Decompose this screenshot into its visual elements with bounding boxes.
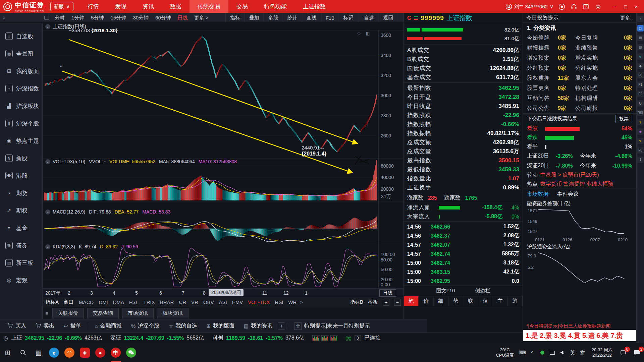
menu-行情[interactable]: 行情 (79, 0, 107, 13)
clock[interactable]: 20:32 周六2022/2/12 (588, 347, 616, 358)
indicator-RSI[interactable]: RSI (275, 299, 283, 305)
headset-icon[interactable] (570, 3, 578, 10)
period-5分钟[interactable]: 5分钟 (88, 14, 107, 22)
tool-标记[interactable]: 标记 (339, 13, 358, 22)
close-button[interactable]: × (631, 2, 641, 11)
shortcut-金融商城[interactable]: ⌂金融商城 (91, 319, 126, 333)
classified-info-row[interactable]: 财报披露0家业绩预告0家 (523, 43, 636, 53)
period-60分钟[interactable]: 60分钟 (152, 14, 174, 22)
layout-split-icon[interactable] (44, 16, 49, 20)
version-switch-button[interactable]: 新版∨ (50, 2, 73, 11)
money-icon[interactable]: $ (637, 119, 644, 125)
tick-list[interactable]: 14:563462.661.52亿14:563462.372.08亿14:573… (404, 221, 523, 286)
news-icon[interactable] (582, 3, 590, 10)
ime-indicator[interactable]: 拼 (578, 343, 588, 362)
tool-返回[interactable]: 返回 (379, 13, 398, 22)
lang-en-indicator[interactable]: 英 (568, 343, 578, 362)
menu-交易[interactable]: 交易 (228, 0, 256, 13)
more-link[interactable]: 更多.. (620, 15, 633, 21)
add-shortcut-button[interactable]: + (278, 322, 285, 330)
chart-area[interactable]: ⌄ 上证指数(日线) ◇ ◧ 3600340032003000280026006… (43, 23, 404, 297)
app-red-icon[interactable]: ◈ (77, 343, 93, 362)
indicator-DMI[interactable]: DMI (99, 299, 108, 305)
pane-caret-icon[interactable]: ⌄ (45, 244, 50, 249)
sidebar-item-基金[interactable]: ¤基金 (0, 219, 42, 237)
pane-toggle-icon[interactable]: ◧ (366, 31, 370, 36)
sidebar-item-债券[interactable]: %债券 (0, 237, 42, 254)
keyboard-icon[interactable]: ⌨ (517, 343, 527, 362)
menu-传统交易[interactable]: 传统交易 (190, 0, 228, 13)
classified-info-row[interactable]: 今始停牌0家今日复牌0家 (523, 33, 636, 43)
sidebar-item-期权[interactable]: ↗期权 (0, 202, 42, 219)
diamond-icon[interactable]: ◈ (637, 128, 644, 135)
quote-header[interactable]: G 999999 上证指数 (404, 13, 523, 23)
quote-tab-筹[interactable]: 筹 (508, 296, 523, 306)
sidebar-item-自选股[interactable]: ☆自选股 (0, 27, 42, 45)
indicator-ASI[interactable]: ASI (219, 299, 227, 305)
citic-app-icon[interactable]: 中 (108, 343, 123, 362)
tab-交易查询[interactable]: 交易查询 (87, 308, 119, 318)
app-red2-icon[interactable]: ● (93, 343, 108, 362)
chat-icon[interactable]: 2 (630, 343, 644, 362)
advisor-tab-市场数据[interactable]: 市场数据 (527, 191, 548, 198)
menu-icon[interactable]: ≡ (45, 310, 48, 316)
tool-指标[interactable]: 指标 (225, 13, 245, 22)
indicator-DMA[interactable]: DMA (113, 299, 124, 305)
shortcut-我的自选[interactable]: ☆我的自选 (165, 319, 201, 333)
search-icon[interactable]: Q (637, 100, 644, 107)
sidebar-item-沪深个股[interactable]: ∥沪深个股 (0, 115, 42, 132)
start-button[interactable]: ⊞ (0, 343, 15, 362)
indicator-VR[interactable]: VR (191, 299, 198, 305)
wechat-icon[interactable] (123, 343, 139, 362)
trade-撤单[interactable]: ↩撤单 (60, 319, 85, 333)
quote-tab-细[interactable]: 细 (434, 296, 448, 306)
sidebar-item-期货[interactable]: ◔期货 (0, 184, 42, 202)
quote-tab-势[interactable]: 势 (448, 296, 463, 306)
indicator-group-指标A[interactable]: 指标A (45, 299, 59, 305)
tab-板块资讯[interactable]: 板块资讯 (157, 308, 189, 318)
classified-info-row[interactable]: 分红预案0家分红实施0家 (523, 63, 636, 73)
trade-卖出[interactable]: 卖出 (32, 319, 58, 333)
sidebar-item-新三板[interactable]: ▤新三板 (0, 254, 42, 272)
list-icon[interactable]: ▤ (637, 35, 644, 41)
f5-icon[interactable]: F5 (637, 147, 644, 154)
classified-info-row[interactable]: 互动问答58家机构调研0家 (523, 93, 636, 103)
sidebar-item-宏观[interactable]: ◎宏观 (0, 272, 42, 289)
edge-icon[interactable]: e (46, 343, 62, 362)
sidebar-item-港股[interactable]: HK港股 (0, 167, 42, 184)
zixuan-icon[interactable]: 自 (637, 25, 644, 32)
indicator-group-指标B[interactable]: 指标B (350, 299, 363, 305)
pencil-icon[interactable]: ✎ (637, 138, 644, 144)
notification-icon[interactable]: 8 (616, 343, 630, 362)
special-note[interactable]: *[今日特别提示]今日三大证券报标题新闻 (523, 323, 636, 329)
status-index-深证[interactable]: 深证13224.4-207.69-1.55%5652亿 (110, 335, 204, 342)
shortcut-我的资讯[interactable]: ▤我的资讯 (240, 319, 276, 333)
pane-caret-icon[interactable]: ⌄ (45, 159, 50, 164)
grid-icon[interactable]: ▦ (637, 44, 644, 50)
link-图文F10[interactable]: 图文F10 (436, 288, 455, 294)
indicator-group-窗口[interactable]: 窗口 (63, 299, 73, 305)
menu-上证指数[interactable]: 上证指数 (295, 0, 334, 13)
classified-info-row[interactable]: 公司公告9家公司研报0家 (523, 103, 636, 113)
period-30分钟[interactable]: 30分钟 (130, 14, 152, 22)
f2-icon[interactable]: F2 (637, 91, 644, 97)
indicator-WR[interactable]: WR (288, 299, 297, 305)
quote-tab-值[interactable]: 值 (478, 296, 493, 306)
rsi-icon[interactable]: RSI (637, 110, 644, 116)
add-pane-button[interactable]: + (383, 299, 389, 306)
pane-caret-icon[interactable]: ⌄ (45, 209, 50, 215)
indicator-MACD[interactable]: MACD (79, 299, 94, 305)
maximize-button[interactable]: □ (621, 2, 631, 11)
tool-多股[interactable]: 多股 (264, 13, 283, 22)
tool-统计[interactable]: 统计 (283, 13, 302, 22)
menu-特色功能[interactable]: 特色功能 (256, 0, 295, 13)
indicator-CR[interactable]: CR (179, 299, 186, 305)
scroll-top-icon[interactable]: ↑ (637, 16, 644, 22)
period-label-box[interactable]: 日线 (379, 289, 396, 297)
status-index-上证[interactable]: 上证3462.95-22.96-0.66%4263亿 (11, 335, 102, 342)
gear-icon[interactable] (594, 3, 602, 10)
link-侧边栏[interactable]: 侧边栏 (475, 288, 490, 294)
status-index-科创[interactable]: 科创1169.59-18.61-1.57%378.6亿 (213, 335, 304, 342)
headline-ticker[interactable]: 1.是 2.景 3.冕 4.贯 5.遗 6.美 7.贵 (523, 330, 636, 341)
candle-icon[interactable]: ◆ (637, 63, 644, 69)
